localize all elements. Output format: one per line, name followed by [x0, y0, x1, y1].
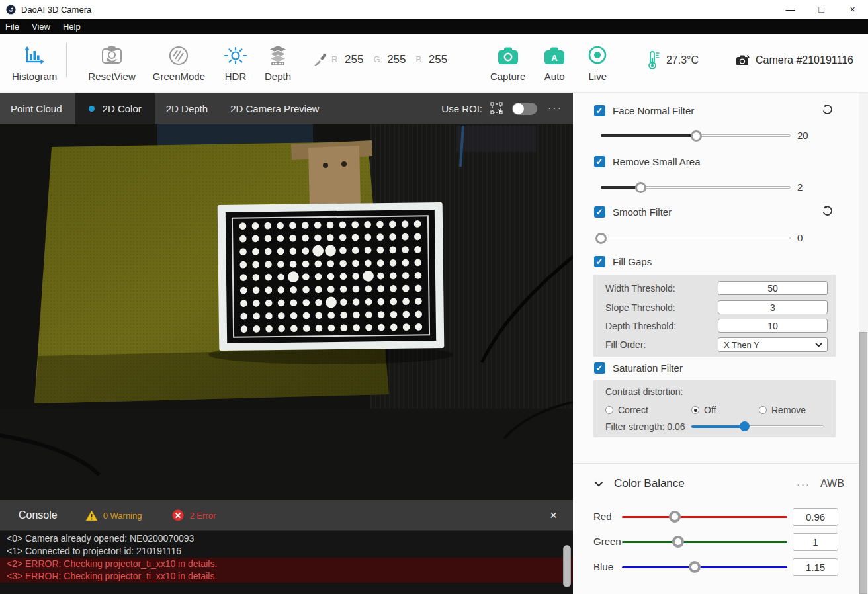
roi-toggle[interactable] [512, 103, 537, 115]
console-log: <0> Camera already opened: NE0200070093<… [0, 531, 573, 594]
smooth-filter-reset-icon[interactable] [822, 205, 834, 217]
green-mode-button[interactable]: GreenMode [153, 45, 205, 82]
color-balance-header[interactable]: Color Balance [594, 477, 685, 490]
red-value-input[interactable] [793, 508, 838, 526]
red-slider-thumb[interactable] [669, 511, 681, 523]
green-mode-icon [167, 45, 190, 66]
filter-strength-label: Filter strength: 0.06 [605, 421, 685, 432]
menu-file[interactable]: File [0, 22, 26, 32]
console-line: <0> Camera already opened: NE0200070093 [0, 532, 573, 545]
histogram-icon [22, 45, 46, 66]
blue-channel-slider[interactable] [622, 561, 787, 573]
close-button[interactable]: × [837, 0, 868, 19]
error-counter[interactable]: 2 Error [172, 509, 216, 521]
tab-2d-depth-label: 2D Depth [166, 103, 208, 114]
width-threshold-input[interactable] [718, 281, 828, 295]
green-mode-label: GreenMode [153, 71, 205, 82]
remove-small-area-slider-thumb[interactable] [635, 182, 646, 193]
face-normal-filter-checkbox[interactable] [594, 105, 605, 116]
active-tab-dot [89, 106, 95, 112]
collapse-chevron-icon[interactable] [594, 481, 603, 487]
slope-threshold-input[interactable] [718, 300, 828, 314]
filter-strength-slider[interactable] [691, 421, 824, 431]
hdr-button[interactable]: HDR [224, 45, 247, 82]
tab-2d-depth[interactable]: 2D Depth [155, 93, 219, 124]
color-balance-more[interactable]: ··· [797, 478, 810, 489]
green-channel-slider[interactable] [622, 536, 787, 548]
blue-value-input[interactable] [793, 558, 838, 576]
console-scrollbar[interactable] [563, 545, 571, 587]
contrast-correct-option[interactable]: Correct [605, 405, 648, 415]
green-slider-thumb[interactable] [672, 536, 684, 548]
green-value-input[interactable] [793, 533, 838, 551]
reset-view-button[interactable]: ResetView [88, 45, 135, 82]
pixel-rgb-readout: R: 255 G: 255 B: 255 [314, 53, 453, 66]
warning-counter[interactable]: 0 Warning [85, 510, 142, 521]
auto-button[interactable]: A Auto [542, 45, 566, 82]
auto-label: Auto [544, 71, 565, 82]
smooth-filter-checkbox[interactable] [594, 206, 605, 218]
maximize-button[interactable]: □ [806, 0, 837, 19]
roi-select-icon[interactable] [490, 102, 504, 116]
camera-image [0, 124, 573, 500]
b-value: 255 [429, 53, 447, 66]
face-normal-reset-icon[interactable] [822, 104, 834, 116]
g-value: 255 [387, 53, 406, 66]
tab-2d-color-label: 2D Color [103, 103, 142, 114]
section-divider [573, 463, 859, 464]
live-button[interactable]: Live [586, 45, 609, 82]
smooth-filter-slider-thumb[interactable] [595, 233, 607, 244]
depth-threshold-input[interactable] [718, 319, 828, 333]
error-count: 2 Error [189, 511, 216, 521]
g-label: G: [373, 54, 382, 64]
depth-button[interactable]: Depth [265, 45, 291, 82]
contrast-remove-label: Remove [771, 405, 806, 415]
contrast-off-radio[interactable] [691, 406, 699, 414]
blue-channel-label: Blue [593, 561, 613, 572]
tab-2d-color[interactable]: 2D Color [75, 93, 155, 124]
tab-more-menu[interactable]: ··· [548, 103, 562, 114]
window-title: DaoAI 3D Camera [21, 5, 91, 15]
roi-toggle-knob [513, 103, 524, 114]
svg-text:A: A [552, 52, 558, 62]
eyedropper-icon [314, 53, 327, 66]
contrast-remove-option[interactable]: Remove [759, 405, 806, 415]
saturation-filter-checkbox[interactable] [594, 362, 605, 374]
fill-order-label: Fill Order: [605, 339, 646, 350]
filter-panel: Face Normal Filter 20 Remove Small Area … [573, 93, 859, 594]
contrast-remove-radio[interactable] [759, 406, 767, 414]
red-channel-slider[interactable] [622, 511, 787, 523]
remove-small-area-slider[interactable]: 2 [601, 182, 791, 192]
contrast-correct-radio[interactable] [605, 406, 613, 414]
camera-id-icon [736, 54, 750, 66]
saturation-filter-row: Saturation Filter [594, 362, 683, 374]
fill-gaps-box: Width Threshold: Slope Threshold: Depth … [593, 275, 836, 357]
tab-point-cloud[interactable]: Point Cloud [0, 93, 75, 124]
menu-help[interactable]: Help [58, 22, 88, 32]
contrast-off-option[interactable]: Off [691, 405, 716, 415]
tab-2d-camera-preview[interactable]: 2D Camera Preview [219, 93, 330, 124]
panel-scrollbar[interactable] [859, 93, 868, 594]
console-close-button[interactable]: × [550, 508, 557, 523]
fill-order-select[interactable]: X Then Y [718, 337, 828, 352]
smooth-filter-row: Smooth Filter [594, 206, 672, 218]
remove-small-area-checkbox[interactable] [594, 156, 605, 167]
capture-button[interactable]: Capture [490, 45, 525, 82]
red-channel-label: Red [593, 511, 612, 522]
histogram-button[interactable]: Histogram [12, 45, 57, 82]
r-value: 255 [345, 53, 363, 66]
face-normal-slider[interactable]: 20 [601, 130, 791, 141]
face-normal-slider-thumb[interactable] [691, 130, 702, 142]
smooth-filter-slider[interactable]: 0 [601, 233, 791, 243]
camera-id-value: Camera #210191116 [756, 54, 853, 66]
console-line: <2> ERROR: Checking projector_ti_xx10 in… [0, 558, 573, 570]
minimize-button[interactable]: — [775, 0, 806, 19]
menu-view[interactable]: View [26, 22, 58, 32]
live-label: Live [589, 71, 607, 82]
filter-strength-thumb[interactable] [740, 421, 750, 431]
blue-slider-thumb[interactable] [689, 561, 701, 573]
camera-selector[interactable]: Camera #210191116 [736, 54, 853, 66]
awb-button[interactable]: AWB [820, 478, 844, 489]
fill-gaps-checkbox[interactable] [594, 256, 605, 267]
panel-scrollbar-thumb[interactable] [859, 332, 867, 594]
